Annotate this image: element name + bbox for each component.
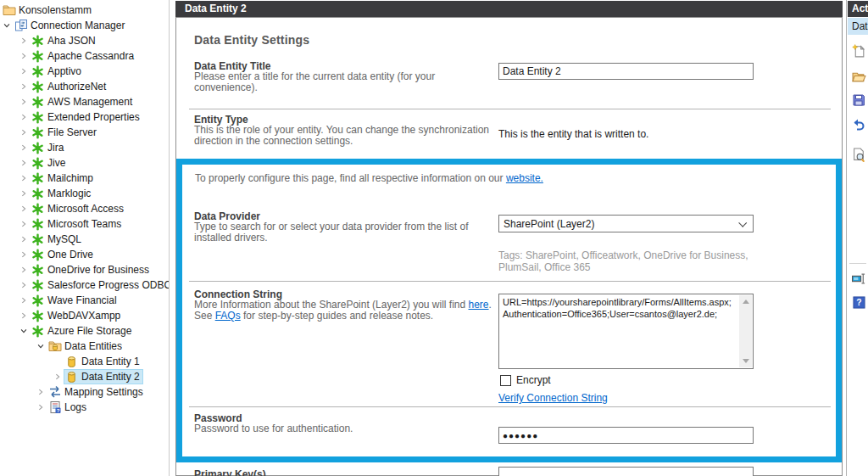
svg-text:?: ? bbox=[856, 298, 861, 307]
tree-item-data-entity-1[interactable]: Data Entity 1 bbox=[0, 354, 169, 369]
tree-item-label: Mailchimp bbox=[45, 171, 96, 185]
tree-item-file-server[interactable]: File Server bbox=[0, 125, 169, 140]
section-divider bbox=[189, 109, 831, 109]
chevron-expanded-icon[interactable] bbox=[17, 324, 31, 338]
tree-item-authorizenet[interactable]: AuthorizeNet bbox=[0, 79, 169, 94]
chevron-collapsed-icon[interactable] bbox=[17, 278, 31, 292]
tree-item-extended-properties[interactable]: Extended Properties bbox=[0, 109, 169, 125]
help-icon[interactable]: ? bbox=[850, 294, 867, 311]
tree-main-splitter[interactable] bbox=[169, 0, 170, 476]
connector-icon bbox=[31, 171, 45, 185]
encrypt-checkbox[interactable] bbox=[500, 375, 511, 386]
connection-string-input[interactable]: URL=https://yoursharepointlibrary/Forms/… bbox=[498, 294, 754, 369]
tree-item-label: Jira bbox=[45, 141, 66, 154]
console-tree[interactable]: KonsolenstammConnection ManagerAha JSONA… bbox=[0, 0, 169, 476]
tree-item-mysql[interactable]: MySQL bbox=[0, 232, 169, 247]
tree-item-one-drive[interactable]: One Drive bbox=[0, 247, 169, 262]
chevron-collapsed-icon[interactable] bbox=[17, 141, 31, 154]
data-provider-description: Type to search for or select your data p… bbox=[194, 221, 492, 244]
chevron-collapsed-icon[interactable] bbox=[17, 187, 31, 200]
save-icon[interactable] bbox=[850, 92, 867, 109]
connection-string-description: More Information about the SharePoint (L… bbox=[194, 300, 492, 322]
svg-text:?: ? bbox=[56, 408, 59, 413]
tree-item-microsoft-teams[interactable]: Microsoft Teams bbox=[0, 216, 169, 232]
main-panel-title: Data Entity 2 bbox=[175, 1, 843, 17]
chevron-collapsed-icon[interactable] bbox=[17, 202, 31, 216]
tree-item-label: Logs bbox=[62, 400, 89, 414]
chevron-collapsed-icon[interactable] bbox=[17, 171, 31, 185]
tree-item-microsoft-access[interactable]: Microsoft Access bbox=[0, 201, 169, 216]
here-link[interactable]: here bbox=[469, 299, 489, 311]
data-provider-select[interactable]: SharePoint (Layer2) bbox=[498, 215, 754, 232]
tree-item-data-entity-2[interactable]: Data Entity 2 bbox=[0, 369, 169, 384]
chevron-collapsed-icon[interactable] bbox=[17, 64, 31, 78]
chevron-collapsed-icon[interactable] bbox=[51, 370, 64, 384]
faqs-link[interactable]: FAQs bbox=[215, 310, 241, 322]
new-icon[interactable] bbox=[850, 42, 867, 59]
tree-item-aws-management[interactable]: AWS Management bbox=[0, 94, 169, 109]
tree-item-apache-cassandra[interactable]: Apache Cassandra bbox=[0, 48, 169, 64]
tree-item-azure-file-storage[interactable]: Azure File Storage bbox=[0, 323, 169, 339]
data-entity-title-input[interactable] bbox=[498, 63, 754, 80]
tree-item-konsolenstamm[interactable]: Konsolenstamm bbox=[0, 3, 169, 18]
encrypt-label: Encrypt bbox=[516, 374, 551, 386]
chevron-collapsed-icon[interactable] bbox=[17, 309, 31, 322]
chevron-collapsed-icon[interactable] bbox=[17, 294, 31, 307]
chevron-collapsed-icon[interactable] bbox=[17, 248, 31, 261]
tree-item-data-entities[interactable]: Data Entities bbox=[0, 339, 169, 354]
chevron-collapsed-icon[interactable] bbox=[17, 217, 31, 231]
connector-icon bbox=[31, 232, 45, 246]
tree-item-mailchimp[interactable]: Mailchimp bbox=[0, 171, 169, 186]
password-description: Password to use for authentication. bbox=[194, 423, 492, 434]
data-entities-icon bbox=[47, 339, 62, 353]
connector-icon bbox=[31, 126, 45, 139]
main-actions-splitter[interactable] bbox=[846, 0, 847, 476]
connector-icon bbox=[31, 64, 45, 78]
primary-keys-input[interactable] bbox=[498, 467, 754, 476]
open-folder-icon[interactable] bbox=[850, 68, 867, 85]
website-link[interactable]: website. bbox=[506, 172, 543, 184]
tree-item-webdavxampp[interactable]: WebDAVXampp bbox=[0, 308, 169, 323]
tree-item-label: OneDrive for Business bbox=[45, 263, 152, 277]
connector-icon bbox=[31, 141, 45, 154]
chevron-collapsed-icon[interactable] bbox=[34, 385, 47, 399]
entity-type-description: This is the role of your entity. You can… bbox=[194, 125, 492, 147]
tree-item-aha-json[interactable]: Aha JSON bbox=[0, 33, 169, 48]
rename-icon[interactable] bbox=[850, 270, 867, 287]
tree-item-wave-financial[interactable]: Wave Financial bbox=[0, 293, 169, 308]
textarea-scrollbar[interactable] bbox=[739, 295, 752, 367]
tree-item-onedrive-for-business[interactable]: OneDrive for Business bbox=[0, 262, 169, 277]
chevron-collapsed-icon[interactable] bbox=[17, 156, 31, 170]
chevron-collapsed-icon[interactable] bbox=[17, 232, 31, 246]
tree-item-jive[interactable]: Jive bbox=[0, 155, 169, 171]
tree-item-jira[interactable]: Jira bbox=[0, 140, 169, 155]
chevron-collapsed-icon[interactable] bbox=[34, 400, 47, 414]
scroll-up-icon[interactable] bbox=[739, 295, 752, 308]
password-input[interactable] bbox=[498, 427, 754, 444]
chevron-collapsed-icon[interactable] bbox=[17, 126, 31, 139]
chevron-expanded-icon[interactable] bbox=[34, 339, 47, 353]
tree-item-marklogic[interactable]: Marklogic bbox=[0, 186, 169, 201]
undo-icon[interactable] bbox=[850, 116, 867, 133]
chevron-expanded-icon[interactable] bbox=[0, 19, 14, 32]
tree-item-label: Konsolenstamm bbox=[16, 3, 94, 17]
chevron-collapsed-icon[interactable] bbox=[17, 95, 31, 109]
tree-item-apptivo[interactable]: Apptivo bbox=[0, 64, 169, 79]
tree-item-logs[interactable]: ?Logs bbox=[0, 400, 169, 415]
preview-icon[interactable] bbox=[850, 146, 867, 163]
connector-icon bbox=[31, 187, 45, 200]
verify-connection-string-link[interactable]: Verify Connection String bbox=[498, 392, 608, 404]
chevron-collapsed-icon[interactable] bbox=[17, 80, 31, 93]
chevron-collapsed-icon[interactable] bbox=[17, 49, 31, 63]
tree-item-mapping-settings[interactable]: Mapping Settings bbox=[0, 384, 169, 400]
connector-icon bbox=[31, 248, 45, 261]
primary-keys-label: Primary Key(s) bbox=[194, 468, 266, 476]
tree-item-salesforce-progress-odbc[interactable]: Salesforce Progress ODBC bbox=[0, 277, 169, 293]
data-entity-title-description: Please enter a title for the current dat… bbox=[194, 71, 492, 93]
chevron-collapsed-icon[interactable] bbox=[17, 110, 31, 124]
scroll-down-icon[interactable] bbox=[739, 355, 752, 367]
tree-item-label: AuthorizeNet bbox=[45, 80, 108, 93]
chevron-collapsed-icon[interactable] bbox=[17, 263, 31, 277]
chevron-collapsed-icon[interactable] bbox=[17, 34, 31, 48]
tree-item-connection-manager[interactable]: Connection Manager bbox=[0, 18, 169, 33]
